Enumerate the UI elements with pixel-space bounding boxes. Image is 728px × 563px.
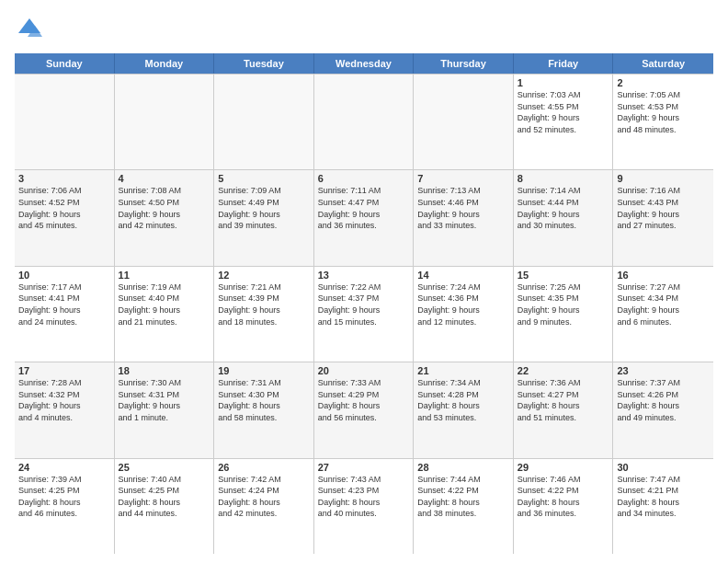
day-number: 29 [518,462,609,473]
calendar-cell [414,75,514,169]
calendar-cell: 29Sunrise: 7:46 AM Sunset: 4:22 PM Dayli… [514,459,614,554]
day-number: 19 [218,365,310,376]
weekday-header: Tuesday [214,53,314,74]
day-info: Sunrise: 7:24 AM Sunset: 4:36 PM Dayligh… [417,282,509,327]
day-number: 22 [518,365,609,376]
calendar-row: 10Sunrise: 7:17 AM Sunset: 4:41 PM Dayli… [15,266,713,362]
day-number: 25 [119,462,210,473]
calendar-cell: 27Sunrise: 7:43 AM Sunset: 4:23 PM Dayli… [314,459,415,554]
day-info: Sunrise: 7:34 AM Sunset: 4:28 PM Dayligh… [417,377,509,423]
calendar-cell: 20Sunrise: 7:33 AM Sunset: 4:29 PM Dayli… [314,362,415,457]
day-info: Sunrise: 7:17 AM Sunset: 4:41 PM Dayligh… [18,282,110,327]
weekday-header: Friday [514,53,614,74]
calendar-cell: 22Sunrise: 7:36 AM Sunset: 4:27 PM Dayli… [514,362,614,457]
day-info: Sunrise: 7:31 AM Sunset: 4:30 PM Dayligh… [218,377,310,423]
calendar-cell: 28Sunrise: 7:44 AM Sunset: 4:22 PM Dayli… [414,459,514,554]
day-number: 1 [518,77,609,88]
day-info: Sunrise: 7:16 AM Sunset: 4:43 PM Dayligh… [617,185,710,231]
calendar-cell: 2Sunrise: 7:05 AM Sunset: 4:53 PM Daylig… [613,75,713,169]
day-info: Sunrise: 7:27 AM Sunset: 4:34 PM Dayligh… [617,282,710,327]
calendar-cell [15,75,115,169]
calendar-cell: 10Sunrise: 7:17 AM Sunset: 4:41 PM Dayli… [15,267,115,362]
calendar-cell: 16Sunrise: 7:27 AM Sunset: 4:34 PM Dayli… [613,267,713,362]
day-number: 7 [417,173,509,184]
day-info: Sunrise: 7:46 AM Sunset: 4:22 PM Dayligh… [518,474,609,520]
day-info: Sunrise: 7:33 AM Sunset: 4:29 PM Dayligh… [318,377,410,423]
day-number: 16 [617,270,710,281]
calendar: SundayMondayTuesdayWednesdayThursdayFrid… [15,53,713,554]
calendar-cell: 15Sunrise: 7:25 AM Sunset: 4:35 PM Dayli… [514,267,614,362]
day-info: Sunrise: 7:39 AM Sunset: 4:25 PM Dayligh… [18,474,110,520]
day-number: 24 [18,462,110,473]
day-info: Sunrise: 7:08 AM Sunset: 4:50 PM Dayligh… [119,185,210,231]
day-number: 23 [617,365,710,376]
day-number: 21 [417,365,509,376]
calendar-cell: 11Sunrise: 7:19 AM Sunset: 4:40 PM Dayli… [115,267,215,362]
calendar-cell: 21Sunrise: 7:34 AM Sunset: 4:28 PM Dayli… [414,362,514,457]
weekday-header: Saturday [613,53,713,74]
calendar-row: 1Sunrise: 7:03 AM Sunset: 4:55 PM Daylig… [15,74,713,169]
day-number: 8 [518,173,609,184]
calendar-body: 1Sunrise: 7:03 AM Sunset: 4:55 PM Daylig… [15,74,713,554]
calendar-cell: 23Sunrise: 7:37 AM Sunset: 4:26 PM Dayli… [613,362,713,457]
day-info: Sunrise: 7:40 AM Sunset: 4:25 PM Dayligh… [119,474,210,520]
weekday-header: Thursday [414,53,514,74]
calendar-cell: 12Sunrise: 7:21 AM Sunset: 4:39 PM Dayli… [214,267,314,362]
day-number: 20 [318,365,410,376]
day-number: 18 [119,365,210,376]
calendar-cell: 7Sunrise: 7:13 AM Sunset: 4:46 PM Daylig… [414,170,514,265]
day-number: 14 [417,270,509,281]
day-info: Sunrise: 7:42 AM Sunset: 4:24 PM Dayligh… [218,474,310,520]
day-info: Sunrise: 7:22 AM Sunset: 4:37 PM Dayligh… [318,282,410,327]
day-number: 26 [218,462,310,473]
calendar-cell: 13Sunrise: 7:22 AM Sunset: 4:37 PM Dayli… [314,267,415,362]
day-number: 17 [18,365,110,376]
day-info: Sunrise: 7:13 AM Sunset: 4:46 PM Dayligh… [417,185,509,231]
calendar-cell: 30Sunrise: 7:47 AM Sunset: 4:21 PM Dayli… [613,459,713,554]
weekday-header: Monday [115,53,215,74]
calendar-cell [115,75,215,169]
day-number: 11 [119,270,210,281]
day-number: 12 [218,270,310,281]
calendar-header: SundayMondayTuesdayWednesdayThursdayFrid… [15,53,713,74]
calendar-cell: 9Sunrise: 7:16 AM Sunset: 4:43 PM Daylig… [613,170,713,265]
calendar-row: 24Sunrise: 7:39 AM Sunset: 4:25 PM Dayli… [15,458,713,554]
day-number: 6 [318,173,410,184]
day-info: Sunrise: 7:06 AM Sunset: 4:52 PM Dayligh… [18,185,110,231]
day-number: 4 [119,173,210,184]
calendar-cell: 17Sunrise: 7:28 AM Sunset: 4:32 PM Dayli… [15,362,115,457]
day-number: 30 [617,462,710,473]
day-number: 15 [518,270,609,281]
weekday-header: Sunday [15,53,115,74]
day-number: 2 [617,77,710,88]
day-number: 9 [617,173,710,184]
calendar-cell: 4Sunrise: 7:08 AM Sunset: 4:50 PM Daylig… [115,170,215,265]
day-info: Sunrise: 7:03 AM Sunset: 4:55 PM Dayligh… [518,89,609,135]
day-info: Sunrise: 7:28 AM Sunset: 4:32 PM Dayligh… [18,377,110,423]
day-info: Sunrise: 7:30 AM Sunset: 4:31 PM Dayligh… [119,377,210,423]
day-number: 27 [318,462,410,473]
day-info: Sunrise: 7:19 AM Sunset: 4:40 PM Dayligh… [119,282,210,327]
calendar-cell [314,75,415,169]
logo-icon [15,15,44,44]
day-info: Sunrise: 7:25 AM Sunset: 4:35 PM Dayligh… [518,282,609,327]
calendar-cell: 1Sunrise: 7:03 AM Sunset: 4:55 PM Daylig… [514,75,614,169]
day-info: Sunrise: 7:09 AM Sunset: 4:49 PM Dayligh… [218,185,310,231]
day-info: Sunrise: 7:05 AM Sunset: 4:53 PM Dayligh… [617,89,710,135]
day-info: Sunrise: 7:36 AM Sunset: 4:27 PM Dayligh… [518,377,609,423]
calendar-cell: 24Sunrise: 7:39 AM Sunset: 4:25 PM Dayli… [15,459,115,554]
calendar-cell: 6Sunrise: 7:11 AM Sunset: 4:47 PM Daylig… [314,170,415,265]
calendar-row: 17Sunrise: 7:28 AM Sunset: 4:32 PM Dayli… [15,362,713,457]
day-number: 13 [318,270,410,281]
day-number: 10 [18,270,110,281]
calendar-cell: 19Sunrise: 7:31 AM Sunset: 4:30 PM Dayli… [214,362,314,457]
day-info: Sunrise: 7:37 AM Sunset: 4:26 PM Dayligh… [617,377,710,423]
calendar-cell: 14Sunrise: 7:24 AM Sunset: 4:36 PM Dayli… [414,267,514,362]
calendar-cell: 8Sunrise: 7:14 AM Sunset: 4:44 PM Daylig… [514,170,614,265]
day-info: Sunrise: 7:47 AM Sunset: 4:21 PM Dayligh… [617,474,710,520]
calendar-row: 3Sunrise: 7:06 AM Sunset: 4:52 PM Daylig… [15,169,713,265]
calendar-cell [214,75,314,169]
day-info: Sunrise: 7:44 AM Sunset: 4:22 PM Dayligh… [417,474,509,520]
header [15,15,713,44]
day-info: Sunrise: 7:14 AM Sunset: 4:44 PM Dayligh… [518,185,609,231]
